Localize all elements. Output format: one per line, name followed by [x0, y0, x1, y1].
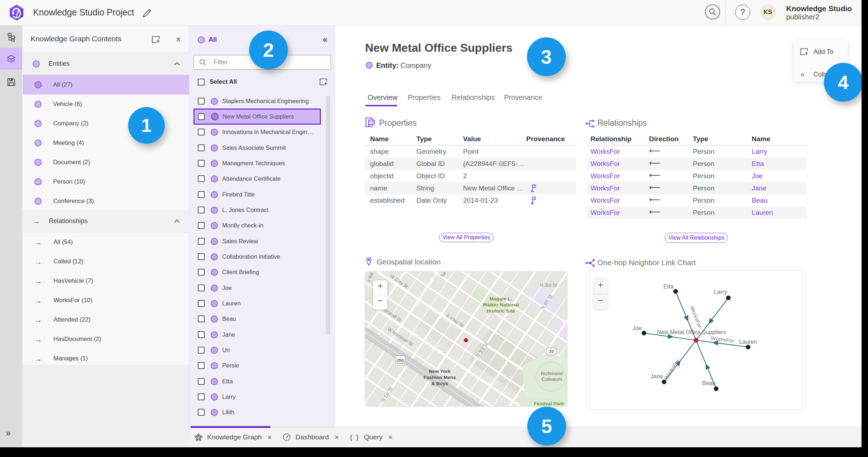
svg-text:Maggie L.: Maggie L.: [490, 296, 512, 301]
svg-text:Larry: Larry: [714, 289, 727, 295]
svg-text:33: 33: [549, 349, 554, 354]
svg-text:Beau: Beau: [702, 380, 715, 386]
svg-text:New Metal Office Suppliers: New Metal Office Suppliers: [657, 329, 726, 335]
svg-text:Lauren: Lauren: [739, 339, 757, 345]
svg-text:Jane: Jane: [650, 373, 663, 379]
svg-text:Fashion Mens: Fashion Mens: [424, 375, 456, 380]
svg-text:Walker National: Walker National: [483, 302, 519, 308]
svg-text:Richmond: Richmond: [541, 371, 563, 376]
svg-text:& Boys: & Boys: [431, 381, 448, 386]
svg-text:Coliseum: Coliseum: [542, 377, 562, 382]
svg-text:Festival Park: Festival Park: [534, 401, 564, 406]
svg-text:N 3rd St: N 3rd St: [540, 282, 557, 288]
svg-text:Historic Site: Historic Site: [487, 308, 515, 314]
svg-text:250: 250: [397, 358, 403, 363]
svg-text:New York: New York: [429, 369, 451, 374]
svg-text:Joe: Joe: [633, 325, 642, 331]
svg-text:WorksFor: WorksFor: [663, 358, 681, 381]
svg-text:WorksFor: WorksFor: [689, 305, 703, 329]
svg-text:Etta: Etta: [663, 283, 674, 290]
